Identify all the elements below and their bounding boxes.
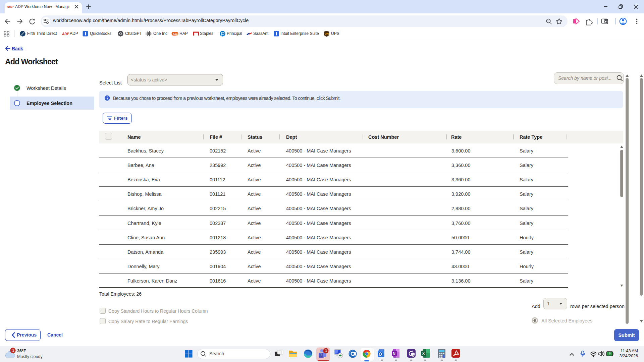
svg-text:1: 1 bbox=[325, 349, 327, 353]
svg-text:1: 1 bbox=[12, 349, 14, 353]
svg-text:ADP: ADP bbox=[62, 32, 69, 36]
svg-text:X: X bbox=[422, 351, 425, 356]
svg-text:hap: hap bbox=[173, 33, 178, 36]
svg-text:UPS: UPS bbox=[325, 33, 330, 35]
svg-text:N: N bbox=[393, 352, 395, 356]
svg-text:T: T bbox=[320, 353, 322, 357]
svg-text:ADP: ADP bbox=[6, 5, 14, 9]
